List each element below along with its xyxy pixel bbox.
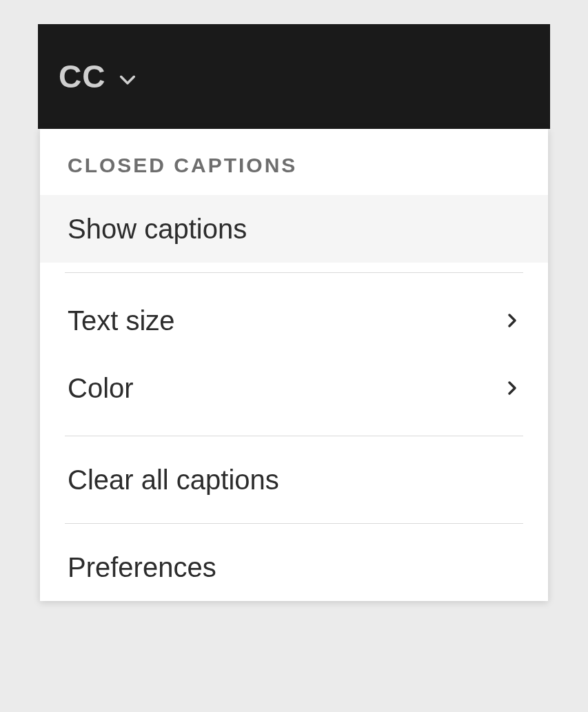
cc-dropdown-button[interactable]: CC [59, 58, 137, 95]
menu-item-label: Preferences [68, 552, 216, 583]
player-toolbar: CC [38, 24, 550, 129]
menu-header: CLOSED CAPTIONS [40, 154, 548, 195]
menu-divider [65, 523, 523, 524]
menu-item-label: Color [68, 373, 134, 404]
cc-label: CC [59, 58, 105, 95]
menu-item-text-size[interactable]: Text size [40, 287, 548, 354]
menu-item-label: Text size [68, 305, 175, 336]
chevron-right-icon [504, 312, 520, 329]
menu-item-color[interactable]: Color [40, 354, 548, 422]
app-stage: CC CLOSED CAPTIONS Show captions Text si… [0, 0, 588, 712]
chevron-down-icon [118, 70, 137, 90]
menu-item-clear-all-captions[interactable]: Clear all captions [40, 446, 548, 513]
menu-item-label: Show captions [68, 214, 247, 245]
chevron-right-icon [504, 380, 520, 396]
submenu-group: Text size Color [40, 283, 548, 426]
closed-captions-menu: CLOSED CAPTIONS Show captions Text size … [40, 129, 548, 601]
menu-item-label: Clear all captions [68, 465, 279, 496]
menu-item-preferences[interactable]: Preferences [40, 533, 548, 601]
menu-divider [65, 272, 523, 273]
menu-item-show-captions[interactable]: Show captions [40, 195, 548, 263]
menu-divider [65, 436, 523, 436]
